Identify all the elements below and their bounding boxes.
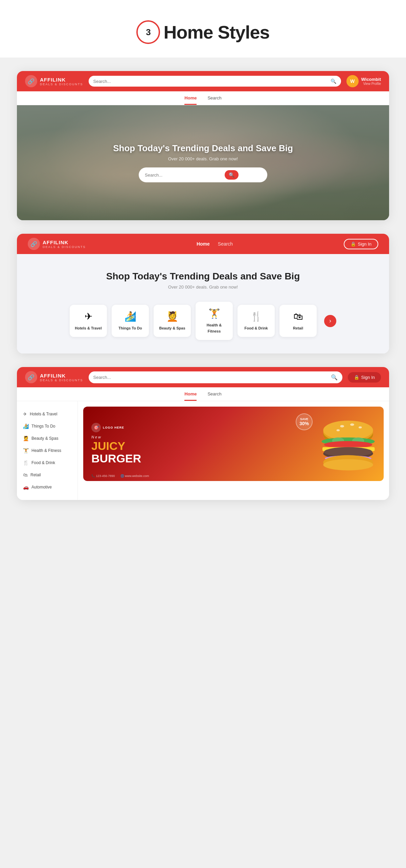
health-icon: 🏋: [200, 308, 228, 319]
s3-search-bar[interactable]: 🔍: [89, 371, 342, 383]
s1-logo-name: AFFILINK: [40, 77, 83, 83]
search-icon: 🔍: [331, 78, 336, 84]
retail-icon: 🛍: [284, 311, 312, 322]
lock-icon: 🔒: [351, 242, 356, 247]
s1-search-bar[interactable]: 🔍: [89, 76, 341, 87]
s1-hero-search-input[interactable]: [145, 173, 221, 178]
hotels-icon: ✈: [74, 311, 102, 322]
s1-user-profile[interactable]: W Wicombit View Profile: [346, 75, 381, 87]
s1-nav: Home Search: [17, 91, 389, 105]
s3-nav-search[interactable]: Search: [207, 391, 221, 401]
s2-body: Shop Today's Trending Deals and Save Big…: [17, 254, 389, 353]
s2-cat-things[interactable]: 🏄 Things To Do: [112, 305, 149, 337]
s3-banner-content: 🎯 LOGO HERE New Juicy Burger 📞 123-456-7…: [83, 416, 316, 472]
s3-sidebar-hotels[interactable]: ✈ Hotels & Travel: [17, 408, 77, 420]
s1-avatar: W: [346, 75, 359, 87]
sidebar-beauty-icon: 💆: [23, 436, 29, 441]
s3-sidebar-health-label: Health & Fitness: [31, 448, 61, 453]
s3-lock-icon: 🔒: [354, 375, 359, 380]
page-title: Home Styles: [163, 22, 269, 43]
s3-banner-logo-text: LOGO HERE: [103, 426, 124, 429]
s1-logo-sub: DEALS & DISCOUNTS: [40, 83, 83, 86]
s3-sidebar-retail[interactable]: 🛍 Retail: [17, 469, 77, 481]
style-card-3: 🔗 AFFILINK DEALS & DISCOUNTS 🔍 🔒 Sign In…: [17, 367, 389, 500]
s3-signin-button[interactable]: 🔒 Sign In: [348, 372, 381, 383]
s3-sidebar-things[interactable]: 🏄 Things To Do: [17, 420, 77, 432]
s2-cat-things-label: Things To Do: [118, 326, 142, 330]
s2-logo-sub: DEALS & DISCOUNTS: [43, 245, 86, 249]
s2-categories: ✈ Hotels & Travel 🏄 Things To Do 💆 Beaut…: [30, 302, 376, 340]
s3-sidebar-things-label: Things To Do: [31, 424, 55, 429]
s3-burger-image: [316, 410, 384, 478]
s3-sidebar-food-label: Food & Drink: [31, 460, 55, 465]
s1-hero-subtitle: Over 20 000+ deals. Grab one now!: [113, 156, 293, 161]
s3-sidebar-health[interactable]: 🏋 Health & Fitness: [17, 444, 77, 457]
svg-point-4: [350, 424, 354, 426]
s2-cat-retail[interactable]: 🛍 Retail: [279, 305, 317, 337]
s3-nav: Home Search: [17, 387, 389, 401]
s3-main: 🎯 LOGO HERE New Juicy Burger 📞 123-456-7…: [78, 401, 389, 500]
s3-logo: 🔗 AFFILINK DEALS & DISCOUNTS: [25, 371, 83, 383]
page-header: 3 Home Styles: [0, 0, 406, 58]
s2-signin-button[interactable]: 🔒 Sign In: [344, 239, 378, 249]
s3-save-label: SAVE: [300, 417, 308, 421]
s3-save-badge: SAVE 30%: [296, 413, 313, 430]
s1-user-name: Wicombit: [361, 77, 381, 82]
s3-sidebar-hotels-label: Hotels & Travel: [30, 412, 57, 416]
s3-nav-home[interactable]: Home: [184, 391, 197, 401]
svg-point-2: [323, 420, 373, 440]
s2-logo: 🔗 AFFILINK DEALS & DISCOUNTS: [28, 238, 86, 250]
s1-hero-content: Shop Today's Trending Deals and Save Big…: [113, 143, 293, 182]
svg-point-6: [337, 429, 340, 431]
s2-cat-beauty-label: Beauty & Spas: [159, 326, 185, 330]
s2-cat-health-label: Health & Fitness: [207, 323, 222, 333]
s3-logo-name: AFFILINK: [40, 373, 83, 379]
s1-hero-search-button[interactable]: 🔍: [225, 170, 239, 180]
s1-hero-title: Shop Today's Trending Deals and Save Big: [113, 143, 293, 154]
s2-navbar: 🔗 AFFILINK DEALS & DISCOUNTS Home Search…: [17, 234, 389, 254]
s3-sidebar: ✈ Hotels & Travel 🏄 Things To Do 💆 Beaut…: [17, 401, 78, 500]
s1-hero-search-bar[interactable]: 🔍 Valencia: [139, 167, 267, 182]
s2-next-arrow[interactable]: ›: [324, 315, 336, 327]
s3-banner-contact: 📞 123-456-7890 🌐 www.website.com: [91, 474, 149, 478]
s3-logo-icon: 🔗: [25, 371, 37, 383]
s1-navbar: 🔗 AFFILINK DEALS & DISCOUNTS 🔍 W Wicombi…: [17, 71, 389, 91]
s3-sidebar-food[interactable]: 🍴 Food & Drink: [17, 457, 77, 469]
things-icon: 🏄: [116, 311, 144, 322]
s3-sidebar-beauty-label: Beauty & Spas: [31, 436, 58, 441]
style-card-2: 🔗 AFFILINK DEALS & DISCOUNTS Home Search…: [17, 234, 389, 353]
s2-cat-beauty[interactable]: 💆 Beauty & Spas: [154, 305, 191, 337]
s3-banner-phone: 📞 123-456-7890: [91, 474, 115, 478]
sidebar-retail-icon: 🛍: [23, 472, 28, 478]
s2-logo-icon: 🔗: [28, 238, 40, 250]
s3-sidebar-auto[interactable]: 🚗 Automotive: [17, 481, 77, 493]
sidebar-auto-icon: 🚗: [23, 484, 29, 490]
s2-cat-food[interactable]: 🍴 Food & Drink: [238, 305, 275, 337]
s3-navbar: 🔗 AFFILINK DEALS & DISCOUNTS 🔍 🔒 Sign In: [17, 367, 389, 387]
circle-number: 3: [136, 20, 160, 44]
s1-logo: 🔗 AFFILINK DEALS & DISCOUNTS: [25, 75, 83, 87]
s2-cat-hotels[interactable]: ✈ Hotels & Travel: [70, 305, 107, 337]
s2-cat-health[interactable]: 🏋 Health & Fitness: [196, 302, 233, 340]
s2-nav-home[interactable]: Home: [197, 241, 210, 247]
s1-nav-home[interactable]: Home: [184, 95, 197, 105]
sidebar-hotels-icon: ✈: [23, 411, 27, 417]
svg-point-3: [340, 425, 344, 427]
beauty-icon: 💆: [158, 311, 186, 322]
s2-cat-hotels-label: Hotels & Travel: [75, 326, 102, 330]
sidebar-things-icon: 🏄: [23, 424, 29, 429]
s1-user-sub: View Profile: [361, 82, 381, 86]
s2-hero-text: Shop Today's Trending Deals and Save Big…: [30, 271, 376, 290]
s3-banner-new-tag: New: [91, 435, 308, 439]
s2-nav-search[interactable]: Search: [218, 241, 233, 247]
s3-promo-banner: 🎯 LOGO HERE New Juicy Burger 📞 123-456-7…: [83, 407, 384, 481]
s1-hero-location[interactable]: Valencia: [242, 170, 265, 179]
s1-search-input[interactable]: [93, 79, 328, 84]
s3-sidebar-beauty[interactable]: 💆 Beauty & Spas: [17, 432, 77, 444]
s2-logo-name: AFFILINK: [43, 239, 86, 245]
s1-nav-search[interactable]: Search: [207, 95, 221, 105]
s3-search-icon: 🔍: [331, 374, 338, 381]
svg-point-5: [359, 427, 362, 429]
s3-sidebar-retail-label: Retail: [30, 473, 41, 477]
s3-search-input[interactable]: [93, 375, 328, 380]
